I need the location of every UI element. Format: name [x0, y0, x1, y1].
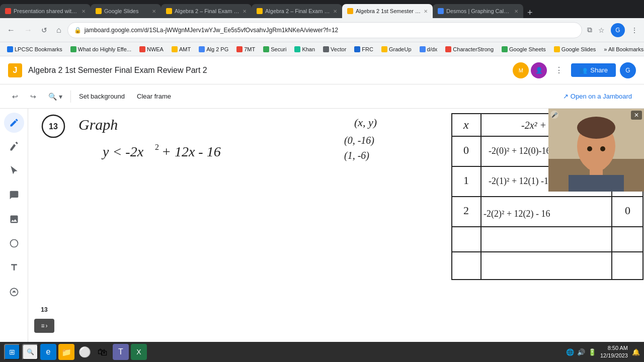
- home-button[interactable]: ⌂: [53, 24, 64, 37]
- user-avatar-1[interactable]: M: [513, 62, 529, 78]
- tab-gmail[interactable]: Presentation shared with you... ✕: [0, 4, 91, 18]
- bookmark-khan[interactable]: Khan: [291, 45, 318, 53]
- page-indicator: 13: [37, 303, 51, 317]
- search-taskbar-icon: 🔍: [27, 348, 34, 355]
- avatar-group: M 👤: [513, 62, 547, 78]
- edge-icon: e: [46, 347, 51, 356]
- bookmark-gsheets[interactable]: Google Sheets: [499, 45, 549, 53]
- tab-label-algebra1: Algebra 2 – Final Exam Stuff S...: [175, 8, 240, 14]
- open-jamboard-button[interactable]: ↗ Open on a Jamboard: [559, 90, 636, 102]
- redo-button[interactable]: ↪: [26, 90, 40, 103]
- tab-close-algebra1[interactable]: ✕: [243, 9, 247, 14]
- browser-chrome: Presentation shared with you... ✕ Google…: [0, 0, 644, 56]
- tab-favicon-algebra2: [257, 8, 263, 14]
- redo-icon: ↪: [30, 93, 36, 101]
- bookmark-vector[interactable]: Vector: [320, 45, 349, 53]
- bookmark-button[interactable]: ☆: [596, 21, 607, 39]
- menu-lines-icon: ≡: [41, 322, 44, 329]
- zoom-button[interactable]: 🔍 ▾: [44, 90, 66, 103]
- bookmark-gradeup[interactable]: GradeUp: [378, 45, 415, 53]
- video-close-button[interactable]: ✕: [631, 111, 642, 120]
- bookmark-lpcsc[interactable]: LPCSC Bookmarks: [4, 45, 65, 53]
- excel-icon: X: [136, 348, 141, 356]
- zoom-dropdown-icon: ▾: [59, 93, 62, 101]
- tab-close-slides[interactable]: ✕: [152, 9, 156, 14]
- bookmark-securi[interactable]: Securi: [260, 45, 289, 53]
- tab-label-desmos: Desmos | Graphing Calculator: [446, 8, 512, 14]
- bookmark-characterstrong[interactable]: CharacterStrong: [442, 45, 497, 53]
- taskbar-right: 🌐 🔊 🔋 8:50 AM 12/19/2023 🔔: [566, 344, 640, 360]
- taskbar-app-edge[interactable]: e: [40, 344, 56, 360]
- forward-button[interactable]: →: [21, 24, 35, 37]
- sticky-note-tool[interactable]: [4, 185, 24, 205]
- svg-point-38: [587, 146, 592, 151]
- bottom-left-panel: 13 ≡ ›: [30, 303, 58, 337]
- tab-favicon-slides: [96, 8, 102, 14]
- image-tool[interactable]: [4, 209, 24, 229]
- svg-text:2: 2: [463, 204, 469, 217]
- taskbar-app-store[interactable]: 🛍: [95, 344, 111, 360]
- user-avatar-2[interactable]: 👤: [531, 62, 547, 78]
- new-tab-button[interactable]: +: [523, 8, 537, 18]
- clear-frame-button[interactable]: Clear frame: [133, 90, 175, 102]
- bookmark-alg2pg[interactable]: Alg 2 PG: [196, 45, 231, 53]
- nav-toggle-button[interactable]: ≡ ›: [34, 319, 54, 333]
- select-tool[interactable]: [4, 161, 24, 181]
- share-button[interactable]: 👥 Share: [571, 63, 616, 77]
- tab-close-desmos[interactable]: ✕: [514, 9, 518, 14]
- svg-point-39: [600, 146, 605, 151]
- text-tool[interactable]: [4, 257, 24, 278]
- tab-close-algebra2[interactable]: ✕: [333, 9, 337, 14]
- toolbar: ↩ ↪ 🔍 ▾ Set background Clear frame ↗ Ope…: [0, 84, 644, 109]
- start-button[interactable]: ⊞: [4, 344, 20, 360]
- bookmark-all[interactable]: » All Bookmarks: [601, 45, 644, 53]
- menu-button[interactable]: ⋮: [629, 21, 640, 39]
- windows-icon: ⊞: [9, 348, 15, 356]
- reload-button[interactable]: ↺: [38, 24, 50, 36]
- chrome-icon: ⚪: [78, 346, 91, 358]
- bookmark-nwea[interactable]: NWEA: [136, 45, 167, 53]
- app-logo: J: [8, 63, 22, 77]
- taskbar-app-explorer[interactable]: 📁: [58, 344, 74, 360]
- tab-favicon-jamboard: [347, 8, 353, 14]
- svg-text:x: x: [463, 118, 469, 131]
- set-background-button[interactable]: Set background: [75, 90, 129, 102]
- back-button[interactable]: ←: [4, 24, 18, 37]
- bookmark-gslides[interactable]: Google Slides: [551, 45, 599, 53]
- tab-close-jamboard[interactable]: ✕: [424, 9, 428, 14]
- taskbar: ⊞ 🔍 e 📁 ⚪ 🛍 T X 🌐 🔊 🔋 8:50 AM 12/19/2023…: [0, 342, 644, 362]
- more-options-button[interactable]: ⋮: [551, 63, 567, 77]
- tab-slides[interactable]: Google Slides ✕: [91, 4, 161, 18]
- svg-text:1: 1: [463, 174, 469, 187]
- pen-tool[interactable]: [4, 113, 24, 133]
- svg-text:13: 13: [49, 122, 58, 131]
- tab-algebra2[interactable]: Algebra 2 – Final Exam Stuff S... ✕: [252, 4, 342, 18]
- user-profile-avatar[interactable]: G: [620, 62, 636, 78]
- bookmark-ddx[interactable]: d/dx: [417, 45, 441, 53]
- address-bar[interactable]: 🔒 jamboard.google.com/d/1SLa-jWWgnMJerv1…: [67, 22, 582, 38]
- notification-button[interactable]: 🔔: [632, 348, 640, 356]
- bookmark-amt[interactable]: AMT: [169, 45, 194, 53]
- search-taskbar-button[interactable]: 🔍: [22, 344, 38, 360]
- bookmark-frc[interactable]: FRC: [351, 45, 376, 53]
- bookmark-highly-effe[interactable]: What do Highly Effe...: [67, 45, 134, 53]
- bookmark-7mt[interactable]: 7MT: [233, 45, 258, 53]
- undo-button[interactable]: ↩: [8, 90, 22, 103]
- marker-tool[interactable]: [4, 137, 24, 157]
- svg-text:(0, -16): (0, -16): [344, 135, 374, 146]
- taskbar-app-excel[interactable]: X: [131, 344, 147, 360]
- taskbar-app-teams[interactable]: T: [113, 344, 129, 360]
- tab-algebra1[interactable]: Algebra 2 – Final Exam Stuff S... ✕: [161, 4, 252, 18]
- taskbar-app-chrome[interactable]: ⚪: [76, 344, 93, 360]
- profile-button[interactable]: G: [609, 21, 627, 39]
- bookmarks-bar: LPCSC Bookmarks What do Highly Effe... N…: [0, 42, 644, 56]
- tab-close-gmail[interactable]: ✕: [82, 9, 86, 14]
- shape-tool[interactable]: [4, 233, 24, 253]
- laser-tool[interactable]: [4, 282, 24, 302]
- tab-jamboard[interactable]: Algebra 2 1st Semester Final E... ✕: [342, 4, 433, 18]
- system-tray: 🌐 🔊 🔋: [566, 348, 596, 356]
- lock-icon: 🔒: [74, 27, 82, 34]
- extensions-button[interactable]: ⧉: [585, 21, 594, 39]
- tab-desmos[interactable]: Desmos | Graphing Calculator ✕: [433, 4, 523, 18]
- tab-label-slides: Google Slides: [104, 8, 139, 14]
